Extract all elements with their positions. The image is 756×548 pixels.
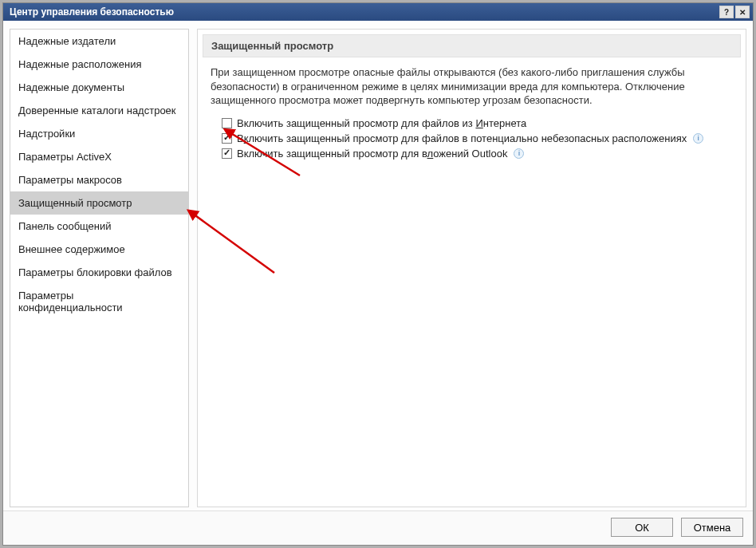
option-row-0: Включить защищенный просмотр для файлов … (203, 116, 741, 131)
sidebar-item-6[interactable]: Параметры макросов (10, 168, 188, 191)
sidebar-item-label: Параметры блокировки файлов (18, 266, 172, 278)
info-icon[interactable]: i (693, 133, 703, 144)
sidebar-item-8[interactable]: Панель сообщений (10, 215, 188, 238)
sidebar-item-label: Надстройки (18, 128, 75, 140)
sidebar-item-label: Панель сообщений (18, 220, 112, 232)
titlebar: Центр управления безопасностью ? ✕ (3, 3, 753, 21)
sidebar-item-9[interactable]: Внешнее содержимое (10, 238, 188, 261)
sidebar-item-11[interactable]: Параметры конфиденциальности (10, 284, 188, 319)
sidebar-item-10[interactable]: Параметры блокировки файлов (10, 261, 188, 284)
option-label-2[interactable]: Включить защищенный просмотр для вложени… (237, 148, 507, 160)
sidebar-item-label: Надежные документы (18, 81, 124, 93)
sidebar-item-1[interactable]: Надежные расположения (10, 53, 188, 76)
options-group: Включить защищенный просмотр для файлов … (203, 116, 741, 161)
sidebar-item-label: Параметры макросов (18, 174, 122, 186)
sidebar-item-7[interactable]: Защищенный просмотр (10, 191, 188, 215)
window-title: Центр управления безопасностью (10, 6, 718, 18)
option-checkbox-0[interactable] (222, 118, 232, 128)
sidebar-item-5[interactable]: Параметры ActiveX (10, 145, 188, 168)
sidebar-item-label: Доверенные каталоги надстроек (18, 104, 176, 116)
trust-center-dialog: Центр управления безопасностью ? ✕ Надеж… (2, 2, 754, 546)
info-icon[interactable]: i (514, 148, 524, 159)
option-row-2: Включить защищенный просмотр для вложени… (203, 146, 741, 161)
help-button[interactable]: ? (719, 6, 734, 18)
sidebar-item-label: Внешнее содержимое (18, 243, 125, 255)
cancel-button[interactable]: Отмена (681, 518, 743, 537)
dialog-body: Надежные издателиНадежные расположенияНа… (3, 21, 753, 545)
section-header: Защищенный просмотр (203, 34, 741, 57)
sidebar-item-label: Параметры конфиденциальности (18, 290, 123, 313)
section-description: При защищенном просмотре опасные файлы о… (203, 65, 741, 116)
option-checkbox-1[interactable] (222, 133, 232, 144)
sidebar-item-label: Защищенный просмотр (18, 197, 132, 209)
option-label-1[interactable]: Включить защищенный просмотр для файлов … (237, 132, 687, 144)
sidebar-item-3[interactable]: Доверенные каталоги надстроек (10, 99, 188, 122)
option-label-0[interactable]: Включить защищенный просмотр для файлов … (237, 117, 526, 129)
sidebar-item-label: Надежные издатели (18, 35, 116, 47)
sidebar-item-4[interactable]: Надстройки (10, 122, 188, 145)
button-row: ОК Отмена (3, 511, 753, 545)
sidebar-item-label: Надежные расположения (18, 58, 142, 70)
sidebar-item-label: Параметры ActiveX (18, 151, 112, 163)
close-button[interactable]: ✕ (735, 6, 750, 18)
option-checkbox-2[interactable] (222, 148, 232, 159)
sidebar: Надежные издателиНадежные расположенияНа… (10, 29, 189, 507)
sidebar-item-2[interactable]: Надежные документы (10, 76, 188, 99)
sidebar-item-0[interactable]: Надежные издатели (10, 30, 188, 53)
option-row-1: Включить защищенный просмотр для файлов … (203, 131, 741, 146)
main-panel: Защищенный просмотр При защищенном просм… (197, 29, 746, 507)
ok-button[interactable]: ОК (611, 518, 673, 537)
